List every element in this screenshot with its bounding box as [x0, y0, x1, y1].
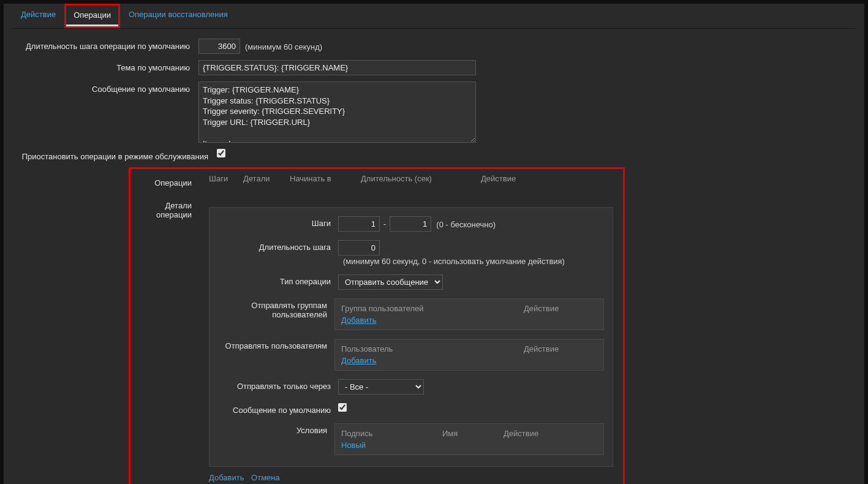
- select-send-via[interactable]: - Все -: [338, 379, 424, 395]
- label-send-to-groups: Отправлять группам пользователей: [218, 298, 334, 319]
- main-panel: Действие Операции Операции восстановлени…: [4, 4, 864, 484]
- tab-action[interactable]: Действие: [12, 4, 64, 28]
- groups-col-action: Действие: [524, 304, 597, 313]
- label-default-subject: Тема по умолчанию: [12, 60, 198, 72]
- tab-recovery[interactable]: Операции восстановления: [120, 4, 236, 28]
- label-default-message-checkbox: Сообщение по умолчанию: [218, 403, 338, 415]
- users-col-action: Действие: [524, 344, 597, 354]
- input-default-step-duration[interactable]: [198, 39, 240, 54]
- link-add-group[interactable]: Добавить: [341, 316, 376, 325]
- link-cancel-operation[interactable]: Отмена: [251, 473, 280, 482]
- label-send-to-users: Отправлять пользователям: [218, 339, 334, 350]
- tab-operations[interactable]: Операции: [66, 6, 118, 26]
- operations-table-header: Шаги Детали Начинать в Длительность (сек…: [209, 172, 617, 189]
- input-step-duration[interactable]: [338, 240, 380, 255]
- checkbox-default-message[interactable]: [338, 403, 347, 412]
- operations-highlight-box: Операции Шаги Детали Начинать в Длительн…: [129, 167, 625, 484]
- hint-step-duration: (минимум 60 секунд): [245, 41, 322, 51]
- link-new-condition[interactable]: Новый: [341, 441, 366, 450]
- operation-detail-panel: Шаги - (0 - бесконечно) Длительность шаг…: [209, 207, 613, 467]
- label-op-type: Тип операции: [218, 274, 338, 286]
- groups-table: Группа пользователей Действие Добавить: [334, 298, 604, 330]
- ops-col-action: Действие: [481, 174, 533, 183]
- label-send-via: Отправлять только через: [218, 379, 338, 391]
- steps-dash: -: [383, 219, 386, 229]
- users-table: Пользователь Действие Добавить: [334, 339, 604, 371]
- label-pause-maintenance: Приостановить операции в режиме обслужив…: [12, 149, 217, 161]
- label-steps: Шаги: [218, 216, 338, 228]
- link-add-user[interactable]: Добавить: [341, 356, 376, 365]
- ops-col-steps: Шаги: [209, 174, 243, 183]
- label-default-step-duration: Длительность шага операции по умолчанию: [12, 39, 198, 51]
- conditions-table: Подпись Имя Действие Новый: [334, 423, 604, 455]
- hint-steps: (0 - бесконечно): [436, 219, 496, 229]
- ops-col-start: Начинать в: [290, 174, 361, 183]
- input-step-to[interactable]: [390, 216, 431, 232]
- checkbox-pause-maintenance[interactable]: [217, 149, 225, 157]
- ops-col-details: Детали: [243, 174, 290, 183]
- groups-col-name: Группа пользователей: [341, 304, 524, 313]
- label-operations: Операции: [130, 175, 200, 187]
- label-conditions: Условия: [218, 423, 334, 435]
- cond-col-label: Подпись: [341, 429, 442, 438]
- select-op-type[interactable]: Отправить сообщение: [338, 274, 443, 290]
- hint-step-duration-detail: (минимум 60 секунд, 0 - использовать умо…: [343, 255, 565, 266]
- cond-col-name: Имя: [442, 429, 504, 438]
- textarea-default-message[interactable]: [198, 81, 476, 143]
- input-step-from[interactable]: [338, 216, 380, 232]
- ops-col-duration: Длительность (сек): [361, 174, 481, 183]
- label-operation-details: Детали операции: [130, 198, 200, 219]
- label-step-duration: Длительность шага: [218, 240, 338, 252]
- detail-actions-row: Добавить Отмена: [209, 473, 617, 482]
- link-add-operation[interactable]: Добавить: [209, 473, 244, 482]
- users-col-name: Пользователь: [341, 344, 524, 354]
- input-default-subject[interactable]: [198, 60, 476, 75]
- tab-highlight-box: Операции: [64, 4, 120, 28]
- tab-bar: Действие Операции Операции восстановлени…: [12, 4, 856, 29]
- cond-col-action: Действие: [504, 429, 577, 438]
- label-default-message: Сообщение по умолчанию: [12, 81, 198, 94]
